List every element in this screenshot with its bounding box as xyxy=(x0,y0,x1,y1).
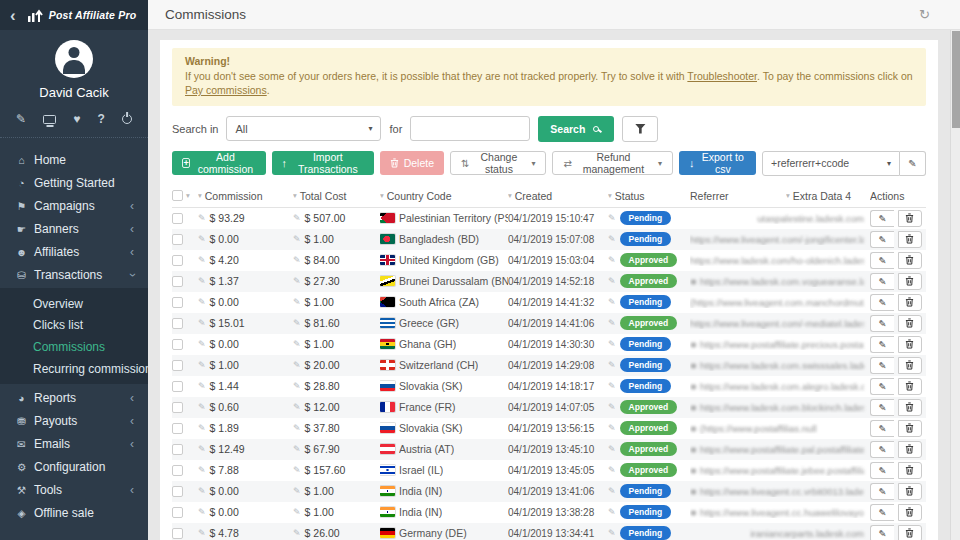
edit-total-cost-icon[interactable]: ✎ xyxy=(293,360,301,370)
row-edit-button[interactable]: ✎ xyxy=(870,420,894,437)
row-delete-button[interactable] xyxy=(898,210,922,227)
row-checkbox[interactable] xyxy=(172,465,183,476)
export-csv-button[interactable]: ↓ Export to csv xyxy=(679,151,756,175)
edit-status-icon[interactable]: ✎ xyxy=(608,213,616,223)
edit-commission-icon[interactable]: ✎ xyxy=(198,255,206,265)
row-edit-button[interactable]: ✎ xyxy=(870,504,894,521)
row-checkbox[interactable] xyxy=(172,318,183,329)
row-edit-button[interactable]: ✎ xyxy=(870,378,894,395)
sort-icon[interactable]: ▾ xyxy=(608,191,612,200)
edit-commission-icon[interactable]: ✎ xyxy=(198,381,206,391)
filter-button[interactable] xyxy=(622,116,658,142)
scrollbar-thumb[interactable] xyxy=(952,31,960,128)
import-transactions-button[interactable]: ↑ Import Transactions xyxy=(272,151,374,175)
sidebar-item-offline-sale[interactable]: ◈ Offline sale xyxy=(0,501,148,524)
row-checkbox[interactable] xyxy=(172,213,183,224)
sidebar-item-configuration[interactable]: ⚙ Configuration xyxy=(0,455,148,478)
row-edit-button[interactable]: ✎ xyxy=(870,315,894,332)
sidebar-subitem-clicks-list[interactable]: Clicks list xyxy=(0,315,148,337)
row-checkbox[interactable] xyxy=(172,528,183,539)
row-edit-button[interactable]: ✎ xyxy=(870,399,894,416)
edit-commission-icon[interactable]: ✎ xyxy=(198,423,206,433)
edit-total-cost-icon[interactable]: ✎ xyxy=(293,318,301,328)
row-checkbox[interactable] xyxy=(172,255,183,266)
row-checkbox[interactable] xyxy=(172,402,183,413)
row-checkbox[interactable] xyxy=(172,276,183,287)
edit-total-cost-icon[interactable]: ✎ xyxy=(293,507,301,517)
row-delete-button[interactable] xyxy=(898,378,922,395)
edit-commission-icon[interactable]: ✎ xyxy=(198,507,206,517)
col-created[interactable]: Created xyxy=(515,190,552,202)
edit-columns-button[interactable]: ✎ xyxy=(900,151,926,176)
row-checkbox[interactable] xyxy=(172,234,183,245)
refresh-icon[interactable]: ↻ xyxy=(919,7,930,22)
sidebar-item-banners[interactable]: ☛ Banners ‹ xyxy=(0,217,148,240)
change-status-button[interactable]: ⇅ Change status ▾ xyxy=(450,151,546,175)
sort-icon[interactable]: ▾ xyxy=(380,191,384,200)
col-total-cost[interactable]: Total Cost xyxy=(300,190,347,202)
row-delete-button[interactable] xyxy=(898,273,922,290)
row-delete-button[interactable] xyxy=(898,336,922,353)
sort-icon[interactable]: ▾ xyxy=(186,191,190,200)
row-edit-button[interactable]: ✎ xyxy=(870,483,894,500)
add-commission-button[interactable]: + Add commission xyxy=(172,151,266,175)
edit-commission-icon[interactable]: ✎ xyxy=(198,528,206,538)
edit-status-icon[interactable]: ✎ xyxy=(608,381,616,391)
edit-status-icon[interactable]: ✎ xyxy=(608,276,616,286)
row-checkbox[interactable] xyxy=(172,486,183,497)
edit-total-cost-icon[interactable]: ✎ xyxy=(293,486,301,496)
row-edit-button[interactable]: ✎ xyxy=(870,441,894,458)
col-status[interactable]: Status xyxy=(615,190,645,202)
edit-commission-icon[interactable]: ✎ xyxy=(198,402,206,412)
edit-commission-icon[interactable]: ✎ xyxy=(198,234,206,244)
sort-icon[interactable]: ▾ xyxy=(786,191,790,200)
row-edit-button[interactable]: ✎ xyxy=(870,294,894,311)
edit-total-cost-icon[interactable]: ✎ xyxy=(293,234,301,244)
sidebar-subitem-recurring-commission-rules[interactable]: Recurring commission rules xyxy=(0,358,148,380)
row-delete-button[interactable] xyxy=(898,504,922,521)
edit-total-cost-icon[interactable]: ✎ xyxy=(293,381,301,391)
sort-icon[interactable]: ▾ xyxy=(508,191,512,200)
scrollbar[interactable] xyxy=(950,30,960,540)
power-icon[interactable] xyxy=(122,114,132,124)
row-delete-button[interactable] xyxy=(898,462,922,479)
refund-management-button[interactable]: ⇄ Refund management ▾ xyxy=(552,151,673,175)
sidebar-item-affiliates[interactable]: ☻ Affiliates ‹ xyxy=(0,240,148,263)
row-edit-button[interactable]: ✎ xyxy=(870,231,894,248)
edit-status-icon[interactable]: ✎ xyxy=(608,339,616,349)
col-referrer[interactable]: Referrer xyxy=(690,190,729,202)
edit-commission-icon[interactable]: ✎ xyxy=(198,360,206,370)
sidebar-item-tools[interactable]: ⚒ Tools ‹ xyxy=(0,478,148,501)
row-checkbox[interactable] xyxy=(172,339,183,350)
row-delete-button[interactable] xyxy=(898,483,922,500)
row-edit-button[interactable]: ✎ xyxy=(870,336,894,353)
edit-status-icon[interactable]: ✎ xyxy=(608,402,616,412)
edit-status-icon[interactable]: ✎ xyxy=(608,444,616,454)
col-country-code[interactable]: Country Code xyxy=(387,190,452,202)
edit-status-icon[interactable]: ✎ xyxy=(608,528,616,538)
row-delete-button[interactable] xyxy=(898,252,922,269)
edit-total-cost-icon[interactable]: ✎ xyxy=(293,423,301,433)
edit-commission-icon[interactable]: ✎ xyxy=(198,465,206,475)
edit-status-icon[interactable]: ✎ xyxy=(608,507,616,517)
row-edit-button[interactable]: ✎ xyxy=(870,525,894,540)
edit-commission-icon[interactable]: ✎ xyxy=(198,297,206,307)
search-button[interactable]: Search xyxy=(538,116,614,142)
edit-total-cost-icon[interactable]: ✎ xyxy=(293,297,301,307)
app-logo[interactable]: Post Affiliate Pro xyxy=(28,8,137,22)
sidebar-subitem-overview[interactable]: Overview xyxy=(0,293,148,315)
columns-select[interactable]: +referrerr+ccode ▾ xyxy=(762,151,900,176)
edit-status-icon[interactable]: ✎ xyxy=(608,423,616,433)
col-extra-data[interactable]: Extra Data 4 xyxy=(793,190,851,202)
edit-total-cost-icon[interactable]: ✎ xyxy=(293,276,301,286)
edit-total-cost-icon[interactable]: ✎ xyxy=(293,255,301,265)
edit-total-cost-icon[interactable]: ✎ xyxy=(293,528,301,538)
edit-commission-icon[interactable]: ✎ xyxy=(198,486,206,496)
sidebar-item-campaigns[interactable]: ⚑ Campaigns ‹ xyxy=(0,194,148,217)
edit-status-icon[interactable]: ✎ xyxy=(608,234,616,244)
sidebar-item-transactions[interactable]: ⛁ Transactions ‹ xyxy=(0,263,148,286)
row-delete-button[interactable] xyxy=(898,525,922,540)
edit-status-icon[interactable]: ✎ xyxy=(608,255,616,265)
row-edit-button[interactable]: ✎ xyxy=(870,462,894,479)
delete-button[interactable]: Delete xyxy=(380,151,444,175)
